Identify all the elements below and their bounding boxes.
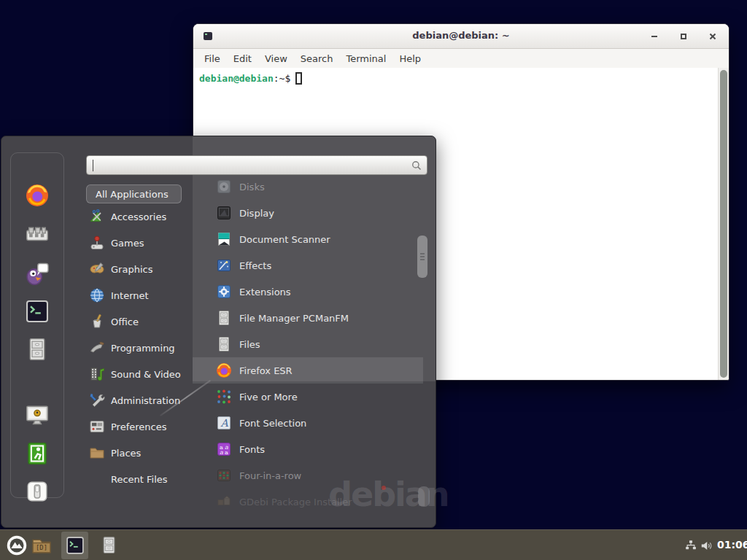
category-places[interactable]: Places [88, 440, 198, 466]
terminal-titlebar[interactable]: debian@debian: ~ [193, 24, 729, 49]
app-item-fonts[interactable]: aaaaFonts [193, 436, 423, 462]
app-item-font-selection[interactable]: AFont Selection [193, 410, 423, 436]
svg-text:a: a [225, 449, 228, 456]
search-icon [410, 159, 423, 172]
cabinet-icon [215, 309, 233, 327]
svg-text:A: A [220, 417, 228, 429]
search-field[interactable] [86, 155, 427, 175]
prompt-user-host: debian@debian [199, 73, 274, 84]
terminal-menu-help[interactable]: Help [392, 51, 427, 66]
category-label: Recent Files [111, 474, 168, 485]
app-label: Effects [239, 260, 271, 271]
taskbar-files[interactable] [99, 535, 119, 555]
favorite-control-center[interactable] [24, 222, 50, 248]
five-or-more-icon [215, 388, 233, 405]
category-administration[interactable]: Administration [88, 387, 198, 413]
menu-scrollbar-thumb[interactable] [417, 236, 427, 278]
maximize-button[interactable] [678, 31, 689, 42]
app-item-effects[interactable]: Effects [193, 252, 423, 279]
control-center-icon [24, 222, 50, 251]
cabinet-icon [215, 335, 233, 353]
disks-icon [215, 178, 233, 195]
terminal-scrollbar-thumb[interactable] [720, 70, 727, 378]
favorite-file-manager[interactable] [24, 336, 50, 362]
app-item-files[interactable]: Files [193, 331, 423, 357]
terminal-scrollbar[interactable] [718, 68, 729, 380]
sound-video-icon [88, 365, 106, 383]
category-games[interactable]: Games [88, 230, 198, 256]
pidgin-icon [24, 260, 50, 289]
app-label: File Manager PCManFM [239, 313, 349, 324]
app-item-file-manager-pcmanfm[interactable]: File Manager PCManFM [193, 305, 423, 331]
category-preferences[interactable]: Preferences [88, 413, 198, 440]
firefox-icon [215, 362, 233, 379]
gdebi-icon [215, 493, 233, 510]
document-scanner-icon [215, 230, 233, 248]
favorite-log-out[interactable] [24, 440, 50, 467]
app-item-four-in-a-row[interactable]: Four-in-a-row [193, 462, 423, 489]
taskbar-terminal-active[interactable] [65, 535, 85, 556]
category-label: Games [111, 238, 144, 249]
terminal-cursor [295, 72, 302, 85]
favorite-terminal[interactable] [24, 298, 50, 324]
extensions-icon [215, 283, 233, 300]
category-label: Sound & Video [111, 369, 181, 380]
volume-icon[interactable] [700, 539, 713, 553]
places-icon [88, 444, 106, 462]
category-accessories[interactable]: Accessories [88, 203, 198, 230]
category-graphics[interactable]: Graphics [88, 256, 198, 282]
favorites-column [10, 152, 64, 498]
taskbar-menu[interactable] [6, 534, 28, 556]
app-item-disks[interactable]: Disks [193, 174, 423, 200]
category-sound-video[interactable]: Sound & Video [88, 361, 198, 387]
category-recent-files[interactable]: Recent Files [88, 466, 198, 492]
category-programming[interactable]: Programming [88, 335, 198, 361]
terminal-menu-view[interactable]: View [258, 51, 294, 66]
app-item-display[interactable]: Display [193, 200, 423, 226]
minimize-button[interactable] [649, 31, 660, 42]
favorite-lock-screen[interactable] [24, 402, 50, 429]
shut-down-icon [24, 478, 50, 508]
app-label: Display [239, 208, 274, 219]
application-menu: debian All ApplicationsAccessoriesGamesG… [1, 136, 436, 528]
close-button[interactable] [707, 31, 719, 42]
terminal-menubar: FileEditViewSearchTerminalHelp [193, 49, 729, 69]
category-internet[interactable]: Internet [88, 282, 198, 308]
search-input[interactable] [87, 156, 427, 174]
category-label: Places [111, 448, 141, 459]
app-label: GDebi Package Installer [239, 497, 352, 508]
taskbar-desktop-folder[interactable]: [D] [31, 535, 53, 557]
category-all-applications[interactable]: All Applications [86, 184, 182, 203]
desktop: debian@debian: ~ FileEditViewSearchTermi… [0, 0, 747, 560]
favorite-firefox[interactable] [24, 182, 50, 209]
terminal-menu-terminal[interactable]: Terminal [339, 51, 392, 66]
category-label: Internet [111, 290, 149, 301]
category-label: Administration [111, 395, 180, 406]
office-icon [88, 313, 106, 330]
taskbar: [D] 01:06 [0, 529, 747, 560]
app-item-firefox-esr[interactable]: Firefox ESR [193, 357, 423, 384]
lock-screen-icon [24, 402, 50, 432]
log-out-icon [24, 440, 50, 470]
administration-icon [88, 392, 106, 409]
menu-scrollbar-end[interactable] [418, 486, 430, 507]
favorite-pidgin[interactable] [24, 260, 50, 287]
terminal-menu-edit[interactable]: Edit [227, 51, 258, 66]
terminal-icon [24, 298, 50, 327]
terminal-menu-search[interactable]: Search [294, 51, 340, 66]
category-office[interactable]: Office [88, 308, 198, 335]
app-item-gdebi-package-installer[interactable]: GDebi Package Installer [193, 489, 423, 515]
favorite-shut-down[interactable] [24, 478, 50, 505]
clock[interactable]: 01:06 [717, 539, 747, 551]
category-label: Office [111, 316, 139, 327]
app-item-document-scanner[interactable]: Document Scanner [193, 226, 423, 252]
programming-icon [88, 339, 106, 357]
terminal-menu-file[interactable]: File [198, 51, 227, 66]
app-label: Four-in-a-row [239, 470, 301, 481]
network-icon[interactable] [684, 539, 697, 552]
app-label: Disks [239, 182, 265, 192]
app-item-five-or-more[interactable]: Five or More [193, 384, 423, 410]
app-item-extensions[interactable]: Extensions [193, 279, 423, 305]
category-label: All Applications [96, 189, 169, 200]
app-label: Files [239, 339, 260, 350]
